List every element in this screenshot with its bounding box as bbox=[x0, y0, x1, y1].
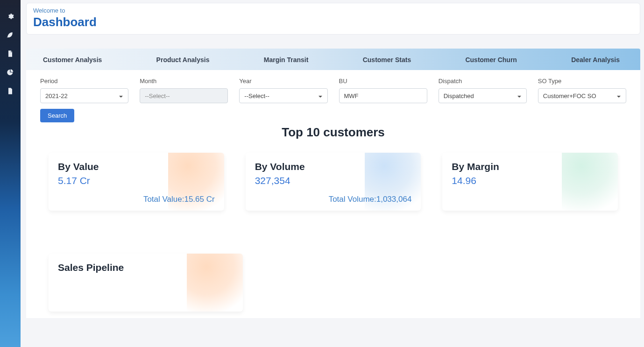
tab-customer-stats[interactable]: Customer Stats bbox=[363, 56, 411, 64]
year-value: --Select-- bbox=[244, 92, 269, 99]
dispatch-select[interactable]: Dispatched bbox=[439, 88, 527, 103]
card-value-total: Total Value:15.65 Cr bbox=[143, 195, 215, 204]
chevron-down-icon bbox=[119, 93, 123, 98]
dispatch-value: Dispatched bbox=[444, 92, 474, 99]
bu-value: MWF bbox=[344, 92, 359, 99]
filter-month: Month --Select-- bbox=[140, 78, 228, 103]
period-select[interactable]: 2021-22 bbox=[40, 88, 128, 103]
filter-dispatch-label: Dispatch bbox=[439, 78, 527, 85]
filter-period: Period 2021-22 bbox=[40, 78, 128, 103]
filter-period-label: Period bbox=[40, 78, 128, 85]
card-by-volume: By Volume 327,354 Total Volume:1,033,064 bbox=[246, 153, 421, 211]
filter-month-label: Month bbox=[140, 78, 228, 85]
tab-customer-churn[interactable]: Customer Churn bbox=[465, 56, 517, 64]
tab-customer-analysis[interactable]: Customer Analysis bbox=[43, 56, 102, 64]
filter-bu-label: BU bbox=[339, 78, 427, 85]
section-title: Top 10 customers bbox=[40, 125, 626, 140]
chevron-down-icon bbox=[318, 93, 323, 98]
card-margin-amount: 14.96 bbox=[452, 175, 609, 186]
page-title: Dashboard bbox=[33, 15, 633, 29]
tab-product-analysis[interactable]: Product Analysis bbox=[156, 56, 210, 64]
search-button[interactable]: Search bbox=[40, 109, 74, 122]
main-content: Welcome to Dashboard Customer Analysis P… bbox=[21, 0, 644, 347]
file-icon[interactable] bbox=[6, 50, 14, 58]
filter-year-label: Year bbox=[239, 78, 327, 85]
filter-bu: BU MWF bbox=[339, 78, 427, 103]
bu-select[interactable]: MWF bbox=[339, 88, 427, 103]
sotype-select[interactable]: Customer+FOC SO bbox=[538, 88, 626, 103]
card-by-value: By Value 5.17 Cr Total Value:15.65 Cr bbox=[49, 153, 224, 211]
cards-row: By Value 5.17 Cr Total Value:15.65 Cr By… bbox=[40, 153, 626, 211]
filter-sotype-label: SO Type bbox=[538, 78, 626, 85]
gear-icon[interactable] bbox=[6, 12, 14, 21]
sotype-value: Customer+FOC SO bbox=[543, 92, 596, 99]
filter-year: Year --Select-- bbox=[239, 78, 327, 103]
card-volume-amount: 327,354 bbox=[255, 175, 412, 186]
sidebar bbox=[0, 0, 21, 347]
period-value: 2021-22 bbox=[45, 92, 68, 99]
tab-margin-transit[interactable]: Margin Transit bbox=[264, 56, 309, 64]
tabs-bar: Customer Analysis Product Analysis Margi… bbox=[26, 49, 640, 70]
card-sales-pipeline: Sales Pipeline bbox=[49, 254, 243, 312]
header-card: Welcome to Dashboard bbox=[26, 3, 640, 35]
filter-sotype: SO Type Customer+FOC SO bbox=[538, 78, 626, 103]
leaf-icon[interactable] bbox=[6, 31, 14, 39]
filter-dispatch: Dispatch Dispatched bbox=[439, 78, 527, 103]
welcome-text: Welcome to bbox=[33, 7, 633, 14]
card-value-title: By Value bbox=[58, 161, 215, 172]
pipeline-title: Sales Pipeline bbox=[58, 262, 234, 273]
pie-chart-icon[interactable] bbox=[6, 68, 14, 77]
chevron-down-icon bbox=[616, 93, 621, 98]
tab-dealer-analysis[interactable]: Dealer Analysis bbox=[571, 56, 620, 64]
card-value-amount: 5.17 Cr bbox=[58, 175, 215, 186]
pipeline-row: Sales Pipeline bbox=[40, 254, 626, 312]
card-margin-title: By Margin bbox=[452, 161, 609, 172]
month-select: --Select-- bbox=[140, 88, 228, 103]
doc-icon[interactable] bbox=[6, 87, 14, 95]
filters-panel: Period 2021-22 Month --Select-- Year --S… bbox=[26, 70, 640, 318]
chevron-down-icon bbox=[517, 93, 522, 98]
card-volume-total: Total Volume:1,033,064 bbox=[329, 195, 412, 204]
card-by-margin: By Margin 14.96 bbox=[442, 153, 618, 211]
month-value: --Select-- bbox=[145, 92, 170, 99]
card-volume-title: By Volume bbox=[255, 161, 412, 172]
year-select[interactable]: --Select-- bbox=[239, 88, 327, 103]
